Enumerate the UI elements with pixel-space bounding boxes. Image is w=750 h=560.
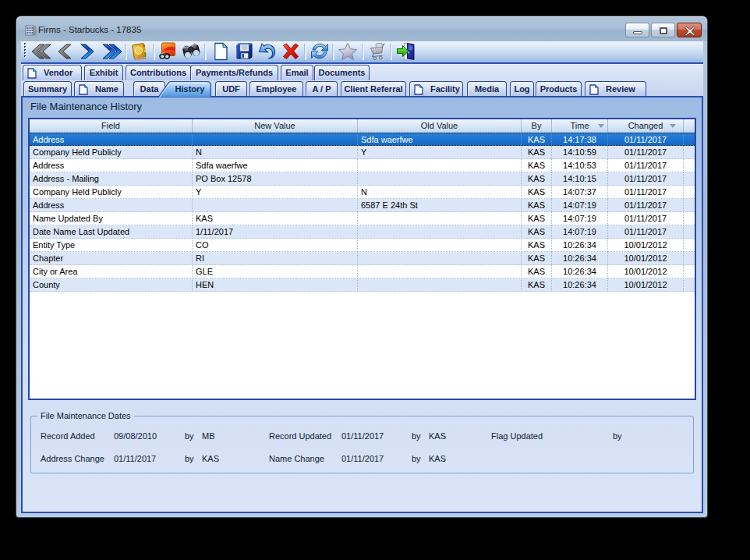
svg-text:@: @: [135, 46, 143, 55]
